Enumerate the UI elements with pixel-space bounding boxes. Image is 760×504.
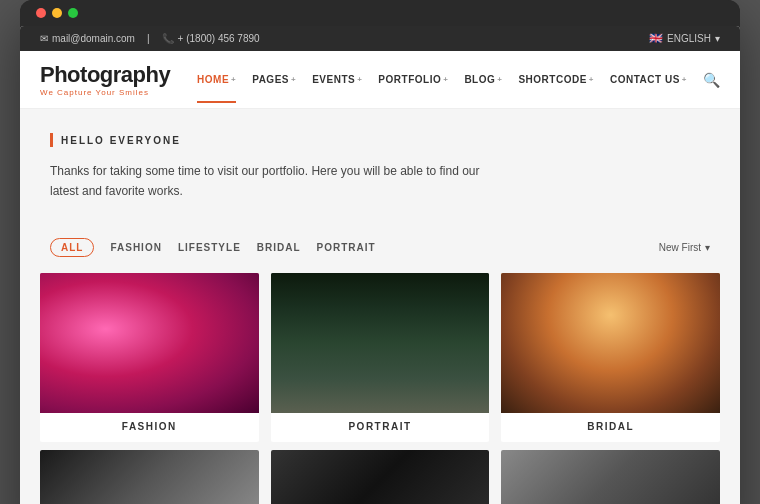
gallery-label-fashion: FASHION [40,413,259,442]
nav-item-pages[interactable]: PAGES + [252,74,296,85]
gallery-partial-3[interactable] [501,450,720,504]
minimize-button[interactable] [52,8,62,18]
phone-text: + (1800) 456 7890 [178,33,260,44]
nav-plus-icon: + [231,75,236,84]
gallery-image-bridal [501,273,720,413]
separator: | [147,33,150,44]
contact-info: ✉ mail@domain.com | 📞 + (1800) 456 7890 [40,33,260,44]
email-icon: ✉ [40,33,48,44]
phone-info: 📞 + (1800) 456 7890 [162,33,260,44]
nav-item-contact[interactable]: CONTACT US + [610,74,687,85]
header-top-bar: ✉ mail@domain.com | 📞 + (1800) 456 7890 … [20,26,740,51]
nav-plus-icon: + [443,75,448,84]
filter-all[interactable]: ALL [50,238,94,257]
close-button[interactable] [36,8,46,18]
nav-plus-icon: + [497,75,502,84]
filter-fashion[interactable]: FASHION [110,242,161,253]
gallery-label-portrait: PORTRAIT [271,413,490,442]
language-label: ENGLISH [667,33,711,44]
filter-bar: ALL FASHION LIFESTYLE BRIDAL PORTRAIT Ne… [20,238,740,257]
bw-photo-1 [40,450,259,504]
maximize-button[interactable] [68,8,78,18]
gallery-item-bridal[interactable]: BRIDAL [501,273,720,442]
nav-plus-icon: + [682,75,687,84]
navigation-bar: Photography We Capture Your Smiles HOME … [20,51,740,109]
bw-photo-2 [271,450,490,504]
nav-plus-icon: + [589,75,594,84]
flag-icon: 🇬🇧 [649,32,663,45]
nav-plus-icon: + [291,75,296,84]
portrait-photo [271,273,490,413]
gallery-image-portrait [271,273,490,413]
language-selector[interactable]: 🇬🇧 ENGLISH ▾ [649,32,720,45]
filter-tags: ALL FASHION LIFESTYLE BRIDAL PORTRAIT [50,238,376,257]
email-info: ✉ mail@domain.com [40,33,135,44]
hero-section: HELLO EVERYONE Thanks for taking some ti… [20,109,740,238]
bw-photo-3 [501,450,720,504]
filter-bridal[interactable]: BRIDAL [257,242,301,253]
logo-title: Photography [40,62,170,88]
website-content: ✉ mail@domain.com | 📞 + (1800) 456 7890 … [20,26,740,504]
nav-item-shortcode[interactable]: SHORTCODE + [518,74,594,85]
bridal-photo [501,273,720,413]
logo-subtitle: We Capture Your Smiles [40,88,170,97]
gallery-label-bridal: BRIDAL [501,413,720,442]
gallery-item-portrait[interactable]: PORTRAIT [271,273,490,442]
gallery-grid: FASHION PORTRAIT BRIDAL [20,273,740,450]
nav-item-events[interactable]: EVENTS + [312,74,362,85]
nav-links: HOME + PAGES + EVENTS + PORTFOLIO + BLOG [197,72,720,88]
chevron-down-icon: ▾ [705,242,710,253]
browser-frame: ✉ mail@domain.com | 📞 + (1800) 456 7890 … [20,0,740,504]
sort-label: New First [659,242,701,253]
nav-item-portfolio[interactable]: PORTFOLIO + [378,74,448,85]
search-icon[interactable]: 🔍 [703,72,720,88]
hero-description: Thanks for taking some time to visit our… [50,161,510,202]
accent-bar [50,133,53,147]
nav-item-blog[interactable]: BLOG + [464,74,502,85]
nav-plus-icon: + [357,75,362,84]
nav-item-home[interactable]: HOME + [197,74,236,85]
sort-dropdown[interactable]: New First ▾ [659,242,710,253]
filter-portrait[interactable]: PORTRAIT [317,242,376,253]
logo[interactable]: Photography We Capture Your Smiles [40,62,170,97]
gallery-grid-bottom: PORTRAIT [20,450,740,504]
gallery-partial-2[interactable] [271,450,490,504]
phone-icon: 📞 [162,33,174,44]
gallery-partial-1[interactable] [40,450,259,504]
gallery-image-fashion [40,273,259,413]
chevron-down-icon: ▾ [715,33,720,44]
gallery-item-fashion[interactable]: FASHION [40,273,259,442]
section-label: HELLO EVERYONE [50,133,710,147]
filter-lifestyle[interactable]: LIFESTYLE [178,242,241,253]
browser-top-bar [20,0,740,26]
gallery-partial-2-wrap: PORTRAIT [271,450,490,504]
fashion-photo [40,273,259,413]
hello-text: HELLO EVERYONE [61,135,181,146]
email-text: mail@domain.com [52,33,135,44]
